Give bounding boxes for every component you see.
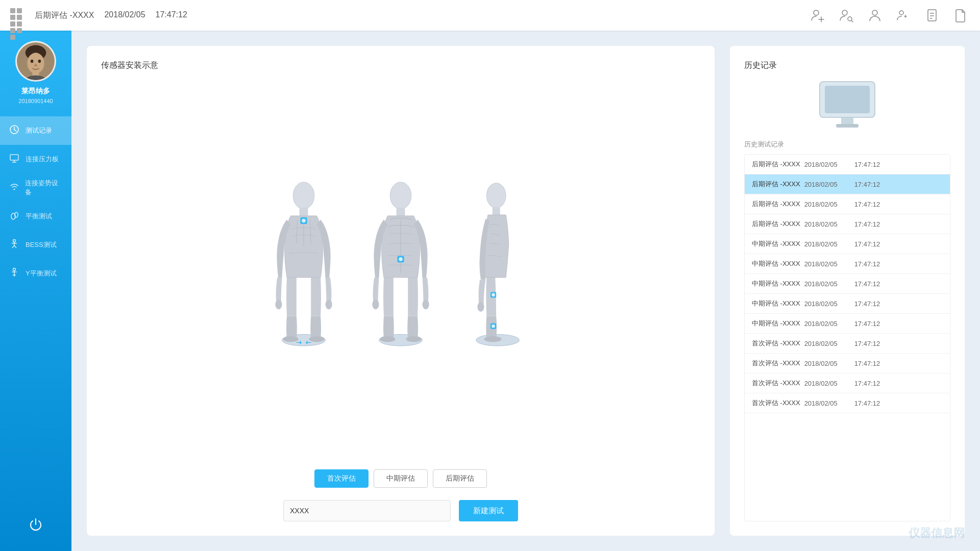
history-icon-wrap — [744, 81, 950, 135]
svg-rect-22 — [10, 155, 18, 160]
svg-point-6 — [872, 10, 877, 15]
footprint-icon — [8, 210, 20, 223]
nav-label-connect-posture: 连接姿势设备 — [25, 179, 63, 197]
svg-point-59 — [399, 257, 403, 261]
svg-point-16 — [38, 60, 41, 63]
sidebar: 莱昂纳多 20180901440 测试记录 — [0, 31, 71, 551]
svg-point-61 — [486, 183, 506, 208]
history-item[interactable]: 后期评估 -XXXX 2018/02/05 17:47:12 — [745, 214, 950, 234]
svg-point-51 — [390, 182, 411, 209]
monitor-icon — [8, 153, 20, 166]
history-item[interactable]: 中期评估 -XXXX 2018/02/05 17:47:12 — [745, 234, 950, 254]
svg-rect-40 — [300, 207, 308, 216]
body-figure-side — [457, 181, 538, 355]
tab-first-eval[interactable]: 首次评估 — [314, 469, 369, 488]
wifi-icon — [8, 182, 20, 194]
svg-point-14 — [27, 53, 44, 73]
history-list[interactable]: 后期评估 -XXXX 2018/02/05 17:47:12 后期评估 -XXX… — [744, 154, 950, 521]
history-item[interactable]: 首次评估 -XXXX 2018/02/05 17:47:12 — [745, 354, 950, 373]
sidebar-item-y-balance-test[interactable]: Y平衡测试 — [0, 259, 71, 288]
nav-label-y-balance-test: Y平衡测试 — [26, 269, 57, 278]
svg-point-7 — [899, 11, 903, 15]
history-item[interactable]: 后期评估 -XXXX 2018/02/05 17:47:12 — [745, 194, 950, 214]
settings-icon[interactable] — [894, 6, 913, 24]
sidebar-item-connect-posture[interactable]: 连接姿势设备 — [0, 173, 71, 202]
svg-point-39 — [293, 182, 314, 209]
header: 后期评估 -XXXX 2018/02/05 17:47:12 — [0, 0, 980, 31]
svg-point-66 — [492, 293, 495, 296]
content-area: 传感器安装示意 — [71, 31, 980, 551]
file-icon[interactable] — [951, 6, 970, 24]
header-title: 后期评估 -XXXX 2018/02/05 17:47:12 — [35, 10, 187, 21]
svg-rect-62 — [493, 207, 500, 216]
tab-mid-eval[interactable]: 中期评估 — [374, 469, 428, 488]
report-icon[interactable] — [923, 6, 941, 24]
clock-icon — [8, 124, 20, 137]
svg-point-49 — [302, 218, 306, 222]
user-list-icon[interactable] — [866, 6, 884, 24]
header-time: 17:47:12 — [156, 10, 187, 21]
nav-label-test-records: 测试记录 — [26, 126, 52, 135]
history-item[interactable]: 首次评估 -XXXX 2018/02/05 17:47:12 — [745, 334, 950, 354]
svg-point-63 — [477, 302, 484, 312]
main-layout: 莱昂纳多 20180901440 测试记录 — [0, 31, 980, 551]
tab-last-eval[interactable]: 后期评估 — [433, 469, 487, 488]
history-item[interactable]: 中期评估 -XXXX 2018/02/05 17:47:12 — [745, 254, 950, 274]
svg-line-5 — [851, 20, 853, 22]
sidebar-item-connect-pressure[interactable]: 连接压力板 — [0, 145, 71, 173]
sidebar-item-bess-test[interactable]: BESS测试 — [0, 231, 71, 259]
history-item[interactable]: 后期评估 -XXXX 2018/02/05 17:47:12 — [745, 174, 950, 194]
svg-point-64 — [484, 336, 502, 342]
history-subtitle: 历史测试记录 — [744, 140, 950, 149]
svg-point-55 — [380, 336, 395, 342]
user-name: 莱昂纳多 — [21, 87, 50, 96]
monitor-display-icon — [819, 81, 875, 128]
svg-point-41 — [275, 299, 282, 309]
svg-point-28 — [13, 239, 16, 242]
svg-line-21 — [14, 130, 16, 131]
svg-point-43 — [283, 336, 298, 342]
history-item[interactable]: 中期评估 -XXXX 2018/02/05 17:47:12 — [745, 294, 950, 314]
apps-icon[interactable] — [10, 8, 24, 22]
history-item[interactable]: 后期评估 -XXXX 2018/02/05 17:47:12 — [745, 155, 950, 174]
power-button[interactable] — [28, 517, 43, 536]
svg-point-53 — [372, 299, 379, 309]
svg-line-31 — [12, 245, 14, 248]
sidebar-item-test-records[interactable]: 测试记录 — [0, 116, 71, 145]
evaluation-tabs: 首次评估 中期评估 后期评估 — [314, 469, 487, 488]
header-date: 2018/02/05 — [104, 10, 145, 21]
nav-items: 测试记录 连接压力板 — [0, 116, 71, 288]
svg-point-56 — [406, 336, 421, 342]
header-actions — [808, 6, 970, 24]
sensor-install-panel: 传感器安装示意 — [87, 46, 715, 536]
avatar — [15, 41, 56, 82]
add-user-icon[interactable] — [808, 6, 827, 24]
body-figure-front — [263, 181, 345, 355]
user-id: 20180901440 — [18, 98, 53, 104]
input-row: 新建测试 — [283, 500, 518, 521]
svg-point-15 — [31, 60, 34, 63]
svg-rect-8 — [928, 10, 936, 21]
svg-point-33 — [13, 268, 16, 270]
history-item[interactable]: 首次评估 -XXXX 2018/02/05 17:47:12 — [745, 393, 950, 413]
svg-line-32 — [14, 245, 16, 248]
sensor-panel-title: 传感器安装示意 — [101, 60, 158, 71]
nav-label-bess-test: BESS测试 — [26, 240, 57, 249]
history-item[interactable]: 中期评估 -XXXX 2018/02/05 17:47:12 — [745, 314, 950, 334]
body-figure-back — [360, 181, 442, 355]
svg-point-25 — [13, 188, 15, 190]
bess-icon — [8, 239, 20, 252]
history-item[interactable]: 首次评估 -XXXX 2018/02/05 17:47:12 — [745, 373, 950, 393]
y-balance-icon — [8, 267, 20, 280]
body-figures — [263, 81, 538, 454]
svg-point-0 — [814, 10, 819, 15]
sidebar-item-balance-test[interactable]: 平衡测试 — [0, 202, 71, 231]
search-user-icon[interactable] — [837, 6, 855, 24]
new-test-button[interactable]: 新建测试 — [459, 500, 518, 521]
svg-point-44 — [309, 336, 324, 342]
history-item[interactable]: 中期评估 -XXXX 2018/02/05 17:47:12 — [745, 274, 950, 294]
svg-point-68 — [492, 324, 495, 328]
svg-rect-52 — [397, 207, 405, 216]
patient-id-input[interactable] — [283, 500, 451, 521]
svg-point-54 — [423, 299, 429, 309]
